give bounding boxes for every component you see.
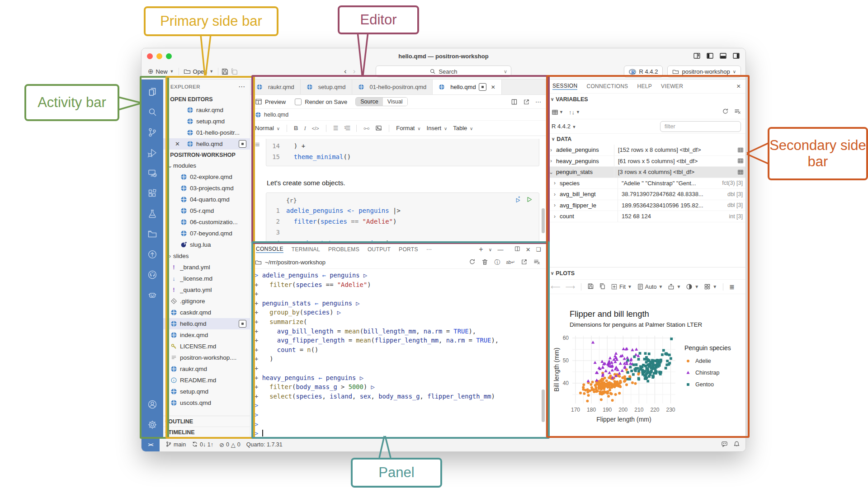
breadcrumb[interactable]: hello.qmd — [250, 109, 546, 121]
close-panel-icon[interactable]: ✕ — [526, 246, 531, 253]
drag-handle-icon[interactable]: ≡ — [255, 140, 259, 149]
panel-tab-problems[interactable]: PROBLEMS — [328, 246, 359, 253]
copy-plot-icon[interactable] — [599, 283, 606, 291]
remote-explorer-icon[interactable] — [142, 163, 163, 183]
source-control-icon[interactable] — [142, 122, 163, 142]
plot-back-icon[interactable]: ⟵ — [551, 283, 561, 291]
clear-console-icon[interactable] — [533, 258, 540, 267]
open-editors-header[interactable]: ∨OPEN EDITORS — [163, 94, 250, 104]
file-row[interactable]: index.qmd — [163, 329, 250, 341]
editor-tab[interactable]: raukr.qmd — [250, 80, 301, 94]
variable-row[interactable]: › adelie_penguins [152 rows x 8 columns]… — [546, 145, 746, 156]
interpreter-button[interactable]: R R 4.4.2 — [624, 66, 663, 78]
forward-button[interactable]: › — [353, 67, 356, 76]
file-row[interactable]: !_quarto.yml — [163, 284, 250, 296]
file-row[interactable]: 02-explore.qmd — [163, 171, 250, 183]
file-row[interactable]: 07-beyond.qmd — [163, 228, 250, 239]
console-scrollbar[interactable] — [542, 389, 545, 422]
back-button[interactable]: ‹ — [344, 67, 347, 76]
save-plot-icon[interactable] — [587, 283, 594, 291]
file-row[interactable]: 04-quarto.qmd — [163, 194, 250, 205]
save-icon[interactable] — [221, 68, 229, 75]
toggle-bottom-panel-icon[interactable] — [719, 52, 727, 60]
explorer-more-icon[interactable]: ⋯ — [238, 83, 245, 91]
file-row[interactable]: 05-r.qmd — [163, 205, 250, 216]
timeline-header[interactable]: ›TIMELINE — [163, 427, 250, 437]
run-debug-icon[interactable] — [142, 142, 163, 163]
maximize-panel-icon[interactable]: ❑ — [536, 246, 541, 253]
minimize-panel-icon[interactable]: — — [497, 246, 503, 253]
file-row[interactable]: caskdr.qmd — [163, 307, 250, 318]
numbered-list-icon[interactable]: ¹☰ — [344, 125, 349, 131]
move-console-icon[interactable] — [521, 258, 528, 267]
file-row[interactable]: 06-customizatio... — [163, 216, 250, 228]
git-branch-item[interactable]: main — [165, 441, 186, 449]
file-row[interactable]: 03-projects.qmd — [163, 183, 250, 194]
bullet-list-icon[interactable]: ☰ — [333, 125, 339, 131]
format-menu[interactable]: Format ∨ — [396, 125, 420, 131]
refresh-variables-icon[interactable] — [722, 108, 729, 116]
insert-menu[interactable]: Insert ∨ — [427, 125, 448, 131]
search-dropdown-icon[interactable]: ∨ — [504, 69, 507, 75]
secondary-tab-session[interactable]: SESSION — [552, 83, 577, 90]
editor-more-icon[interactable]: ⋯ — [535, 99, 541, 105]
explorer-icon[interactable] — [142, 81, 163, 102]
open-editor-item[interactable]: 01-hello-positr... — [163, 127, 250, 138]
plot-forward-icon[interactable]: ⟶ — [566, 283, 576, 291]
variables-header[interactable]: ∨VARIABLES — [546, 94, 746, 105]
github-icon[interactable] — [142, 264, 163, 285]
open-editor-item[interactable]: raukr.qmd — [163, 104, 250, 116]
open-data-viewer-icon[interactable] — [735, 147, 746, 153]
code-cell[interactable]: {r} 1adelie_penguins <- penguins |>2 fil… — [266, 192, 539, 242]
secondary-tab-help[interactable]: HELP — [637, 83, 652, 89]
customize-layout-icon[interactable] — [693, 52, 701, 60]
theme-select[interactable]: ▼ — [686, 283, 699, 290]
secondary-tab-connections[interactable]: CONNECTIONS — [586, 83, 628, 89]
variables-filter-input[interactable]: filter — [660, 121, 741, 132]
variable-row[interactable]: › avg_bill_lengt 38.79139072847682 48.83… — [546, 189, 746, 200]
add-console-icon[interactable]: + — [479, 245, 483, 253]
problems-item[interactable]: ⊘0 △0 — [219, 441, 241, 448]
file-row[interactable]: slug.lua — [163, 239, 250, 250]
variable-row[interactable]: › heavy_penguins [61 rows x 5 columns] <… — [546, 156, 746, 167]
open-editor-item[interactable]: setup.qmd — [163, 116, 250, 127]
group-by-select[interactable]: ▼ — [552, 109, 563, 115]
table-menu[interactable]: Table ∨ — [453, 125, 473, 131]
publish-icon[interactable] — [142, 244, 163, 264]
paragraph-style-select[interactable]: Normal ∨ — [255, 125, 280, 131]
editor-tab[interactable]: setup.qmd — [301, 80, 352, 94]
sort-select[interactable]: ↑↓▼ — [569, 109, 580, 116]
data-section-header[interactable]: ∨DATA — [546, 134, 746, 145]
split-editor-icon[interactable] — [511, 99, 518, 105]
auto-size-select[interactable]: Auto▼ — [637, 283, 663, 290]
source-mode-button[interactable]: Source — [356, 98, 383, 106]
file-row[interactable]: .gitignore — [163, 296, 250, 307]
open-external-icon[interactable] — [523, 99, 530, 105]
chevron-right-icon[interactable]: › — [546, 191, 560, 197]
copilot-icon[interactable] — [142, 285, 163, 305]
run-above-icon[interactable] — [514, 196, 521, 204]
file-row[interactable]: ↓_license.md — [163, 273, 250, 284]
editor-tab[interactable]: 01-hello-positron.qmd — [352, 80, 433, 94]
bold-button[interactable]: B — [294, 125, 298, 131]
chevron-right-icon[interactable]: › — [546, 180, 560, 186]
toggle-right-panel-icon[interactable] — [732, 52, 740, 60]
file-row[interactable]: ⌄modules — [163, 160, 250, 171]
quarto-version-item[interactable]: Quarto: 1.7.31 — [246, 441, 283, 448]
file-row[interactable]: !_brand.yml — [163, 262, 250, 273]
toggle-left-panel-icon[interactable] — [706, 52, 714, 60]
testing-icon[interactable] — [142, 203, 163, 224]
console-output[interactable]: > adelie_penguins ← penguins ▷ + filter(… — [250, 269, 546, 437]
feedback-icon[interactable] — [721, 441, 728, 449]
search-view-icon[interactable] — [142, 102, 163, 122]
variable-row[interactable]: ⌄ penguin_stats [3 rows x 4 columns] <tb… — [546, 167, 746, 178]
workspace-button[interactable]: positron-workshop ∨ — [667, 66, 741, 78]
clear-variables-icon[interactable] — [734, 108, 741, 116]
outline-header[interactable]: ›OUTLINE — [163, 416, 250, 427]
italic-button[interactable]: I — [304, 125, 306, 132]
chevron-down-icon[interactable]: ⌄ — [546, 169, 556, 175]
editor-scrollbar[interactable] — [542, 208, 545, 233]
file-row[interactable]: ›slides — [163, 250, 250, 262]
export-plot-select[interactable]: ▼ — [668, 283, 681, 290]
extensions-icon[interactable] — [142, 183, 163, 203]
